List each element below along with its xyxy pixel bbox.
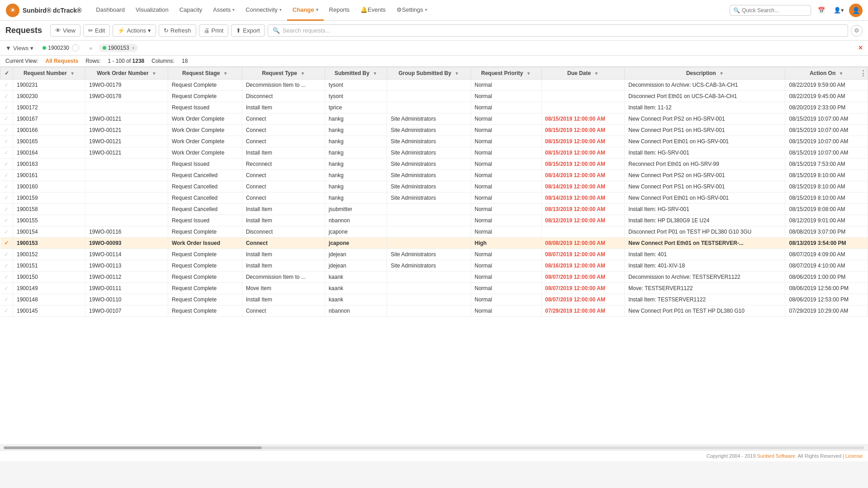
col-description[interactable]: Description ▼	[625, 67, 785, 80]
table-row[interactable]: ✓190016719WO-00121Work Order CompleteCon…	[0, 113, 868, 125]
views-dropdown-button[interactable]: ▼ Views ▾	[5, 45, 33, 52]
row-check-cell[interactable]: ✓	[0, 249, 13, 260]
col-check[interactable]: ✓	[0, 67, 13, 80]
nav-item-assets[interactable]: Assets ▾	[208, 0, 240, 21]
table-row[interactable]: ✓190015319WO-00093Work Order IssuedConne…	[0, 238, 868, 249]
row-description: Install Item: 401	[625, 249, 785, 260]
refresh-button[interactable]: ↻ Refresh	[159, 24, 196, 37]
table-row[interactable]: ✓190015119WO-00113Request CompleteInstal…	[0, 260, 868, 272]
row-request-type: Connect	[242, 238, 325, 249]
table-row[interactable]: ✓1900172Request IssuedInstall Itemtprice…	[0, 102, 868, 113]
sunbird-link[interactable]: Sunbird Software	[757, 453, 795, 459]
clear-all-views-button[interactable]: ×	[859, 44, 863, 52]
col-due-date[interactable]: Due Date ▼	[541, 67, 624, 80]
table-row[interactable]: ✓190023119WO-00179Request CompleteDecomm…	[0, 80, 868, 91]
nav-item-connectivity[interactable]: Connectivity ▾	[240, 0, 287, 21]
nav-item-settings[interactable]: ⚙ Settings ▾	[391, 0, 433, 21]
view-tag-1900230[interactable]: 1900230	[39, 43, 83, 52]
row-check-cell[interactable]: ✓	[0, 125, 13, 136]
table-row[interactable]: ✓190014519WO-00107Request CompleteConnec…	[0, 305, 868, 317]
logo-area[interactable]: ☀ Sunbird® dcTrack®	[5, 3, 81, 18]
col-work-order-number[interactable]: Work Order Number ▼	[85, 67, 168, 80]
sort-group-submitted-by-icon: ▼	[455, 71, 459, 76]
row-work-order-number: 19WO-00121	[85, 113, 168, 125]
row-request-priority: Normal	[471, 147, 541, 159]
table-row[interactable]: ✓190016419WO-00121Work Order CompleteIns…	[0, 147, 868, 159]
calendar-icon: 📅	[818, 7, 825, 14]
scroll-thumb[interactable]	[4, 446, 262, 449]
row-check-cell[interactable]: ✓	[0, 170, 13, 181]
row-request-type: Install Item	[242, 204, 325, 215]
row-check-cell[interactable]: ✓	[0, 113, 13, 125]
column-options-icon[interactable]: ⋮	[859, 69, 867, 78]
row-check-cell[interactable]: ✓	[0, 204, 13, 215]
row-check-cell[interactable]: ✓	[0, 91, 13, 102]
search-requests-field[interactable]: 🔍 Search requests...	[268, 24, 848, 37]
col-request-stage[interactable]: Request Stage ▼	[168, 67, 242, 80]
table-row[interactable]: ✓190015419WO-00116Request CompleteDiscon…	[0, 226, 868, 238]
nav-item-dashboard[interactable]: Dashboard	[90, 0, 130, 21]
table-row[interactable]: ✓190014919WO-00111Request CompleteMove I…	[0, 283, 868, 294]
col-request-priority[interactable]: Request Priority ▼	[471, 67, 541, 80]
table-row[interactable]: ✓1900163Request IssuedReconnecthankgSite…	[0, 159, 868, 170]
row-check-cell[interactable]: ✓	[0, 260, 13, 272]
row-check-cell[interactable]: ✓	[0, 136, 13, 147]
table-row[interactable]: ✓190014819WO-00110Request CompleteInstal…	[0, 294, 868, 305]
col-group-submitted-by[interactable]: Group Submitted By ▼	[387, 67, 471, 80]
row-check-cell[interactable]: ✓	[0, 215, 13, 226]
table-row[interactable]: ✓1900161Request CancelledConnecthankgSit…	[0, 170, 868, 181]
select-all-icon[interactable]: ✓	[5, 70, 9, 76]
table-row[interactable]: ✓1900159Request CancelledConnecthankgSit…	[0, 192, 868, 204]
table-row[interactable]: ✓190023019WO-00178Request CompleteDiscon…	[0, 91, 868, 102]
view-button[interactable]: 👁 View	[50, 24, 80, 37]
table-row[interactable]: ✓1900158Request CancelledInstall Itemjsu…	[0, 204, 868, 215]
print-button[interactable]: 🖨 Print	[199, 24, 229, 37]
nav-item-events[interactable]: 🔔 Events	[355, 0, 391, 21]
table-row[interactable]: ✓190015019WO-00112Request CompleteDecomm…	[0, 272, 868, 283]
horizontal-scrollbar[interactable]	[0, 445, 868, 450]
user-avatar[interactable]: 👤	[849, 4, 863, 17]
table-row[interactable]: ✓190016519WO-00121Work Order CompleteCon…	[0, 136, 868, 147]
row-check-cell[interactable]: ✓	[0, 102, 13, 113]
view-tag-1900153[interactable]: 1900153 ×	[99, 44, 138, 52]
row-check-cell[interactable]: ✓	[0, 226, 13, 238]
view-tag-close-1900153[interactable]: ×	[132, 46, 135, 51]
row-request-type: Install Item	[242, 102, 325, 113]
row-check-cell[interactable]: ✓	[0, 283, 13, 294]
export-button[interactable]: ⬆ Export	[231, 24, 265, 37]
col-submitted-by[interactable]: Submitted By ▼	[325, 67, 387, 80]
row-check-cell[interactable]: ✓	[0, 305, 13, 317]
row-request-stage: Request Cancelled	[168, 204, 242, 215]
actions-button[interactable]: ⚡ Actions ▾	[113, 24, 156, 37]
col-action-on[interactable]: Action On ▼ ⋮	[785, 67, 868, 80]
row-request-number: 1900152	[13, 249, 85, 260]
requests-table-container: ✓ Request Number ▼ Work Order Number ▼ R…	[0, 67, 868, 445]
row-request-priority: Normal	[471, 113, 541, 125]
nav-item-reports[interactable]: Reports	[324, 0, 355, 21]
edit-icon: ✏	[88, 27, 93, 34]
row-check-cell[interactable]: ✓	[0, 181, 13, 192]
table-row[interactable]: ✓1900155Request IssuedInstall Itemnbanno…	[0, 215, 868, 226]
nav-item-change[interactable]: Change ▾	[287, 0, 324, 21]
row-action-on: 08/20/2019 2:33:00 PM	[785, 102, 868, 113]
col-request-type[interactable]: Request Type ▼	[242, 67, 325, 80]
license-link[interactable]: License	[845, 453, 863, 459]
nav-item-visualization[interactable]: Visualization	[130, 0, 174, 21]
edit-button[interactable]: ✏ Edit	[83, 24, 110, 37]
calendar-icon-button[interactable]: 📅	[815, 4, 828, 17]
row-check-cell[interactable]: ✓	[0, 192, 13, 204]
row-check-cell[interactable]: ✓	[0, 238, 13, 249]
table-settings-button[interactable]: ⚙	[851, 25, 863, 37]
table-row[interactable]: ✓1900160Request CancelledConnecthankgSit…	[0, 181, 868, 192]
row-check-cell[interactable]: ✓	[0, 147, 13, 159]
row-check-cell[interactable]: ✓	[0, 294, 13, 305]
row-check-cell[interactable]: ✓	[0, 80, 13, 91]
table-row[interactable]: ✓190016619WO-00121Work Order CompleteCon…	[0, 125, 868, 136]
nav-item-capacity[interactable]: Capacity	[174, 0, 208, 21]
user-menu-button[interactable]: 👤 ▾	[832, 4, 845, 17]
row-check-cell[interactable]: ✓	[0, 272, 13, 283]
col-request-number[interactable]: Request Number ▼	[13, 67, 85, 80]
quick-search-input[interactable]	[730, 5, 811, 16]
row-check-cell[interactable]: ✓	[0, 159, 13, 170]
table-row[interactable]: ✓190015219WO-00114Request CompleteInstal…	[0, 249, 868, 260]
